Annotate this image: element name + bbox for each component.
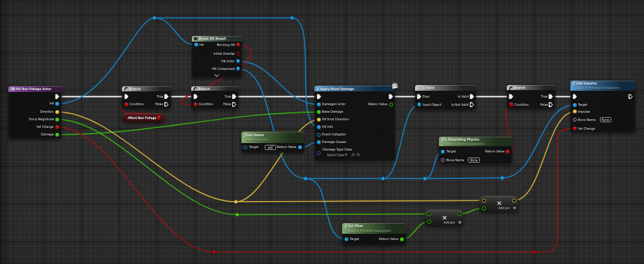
pin-ev-hit[interactable]	[8, 101, 62, 106]
pin-bool-icon[interactable]	[573, 127, 577, 130]
exec-pin-icon[interactable]	[164, 94, 169, 99]
pin-apd-eventinstigator[interactable]	[314, 132, 395, 137]
pin-bool-icon[interactable]	[157, 116, 161, 120]
pin-b3-false[interactable]	[507, 102, 555, 108]
pin-float-icon[interactable]	[482, 206, 486, 210]
pin-ev-forcemag[interactable]	[8, 117, 62, 122]
pin-object-icon[interactable]	[55, 102, 59, 106]
pin-object-icon[interactable]	[236, 59, 240, 63]
pin-b3-true[interactable]	[507, 94, 555, 100]
pin-apd-hitfromdirection[interactable]	[314, 117, 395, 122]
pin-ev-direction[interactable]	[8, 109, 62, 115]
pin-m1-out[interactable]	[425, 211, 464, 217]
pin-object-icon[interactable]	[317, 141, 321, 144]
pin-name-icon[interactable]	[573, 118, 577, 122]
pin-object-icon[interactable]	[236, 67, 240, 71]
exec-pin-icon[interactable]	[548, 102, 553, 107]
pin-b2-false[interactable]	[191, 101, 238, 107]
exec-pin-icon[interactable]	[232, 94, 236, 99]
pin-vector-icon[interactable]	[573, 110, 577, 113]
node-add-impulse[interactable]: ƒAdd ImpulseTarget is Primitive Componen…	[570, 81, 635, 132]
pin-ev-exec[interactable]	[8, 94, 62, 100]
pin-iv-isnotvalid[interactable]	[415, 102, 477, 108]
pin-b1-true[interactable]	[122, 94, 170, 100]
pin-isp-returnvalue[interactable]	[439, 149, 513, 154]
exec-pin-icon[interactable]	[470, 102, 474, 107]
pin-bool-icon[interactable]	[236, 52, 240, 55]
pin-object-icon[interactable]	[317, 125, 321, 129]
pin-apd-basedamage[interactable]	[314, 109, 395, 115]
pin-brk-hitactor[interactable]	[192, 59, 243, 64]
pin-object-icon[interactable]	[317, 133, 321, 137]
node-header: ƒGet MassTarget is Primitive Component	[342, 223, 406, 234]
pin-vector-icon[interactable]	[512, 198, 516, 203]
collapse-chevron-icon[interactable]	[214, 72, 219, 77]
node-branch-3[interactable]: BranchConditionTrueFalse	[507, 85, 555, 109]
node-break-hit-result[interactable]: Break Hit ResultHitBlocking HitInitial O…	[192, 36, 243, 77]
node-is-simulating-physics[interactable]: ƒIs Simulating PhysicsTarget is Scene Co…	[439, 137, 513, 164]
pin-object-icon[interactable]	[298, 146, 302, 149]
node-branch-1[interactable]: BranchConditionTrueFalse	[122, 86, 170, 109]
pin-go-returnvalue[interactable]	[242, 144, 304, 150]
pin-bool-icon[interactable]	[236, 43, 240, 47]
pin-float-icon[interactable]	[457, 212, 462, 216]
exec-pin-icon[interactable]	[55, 94, 60, 99]
exec-pin-icon[interactable]	[164, 102, 169, 107]
exec-pin-icon[interactable]	[470, 94, 474, 99]
pin-ev-damage[interactable]	[8, 132, 62, 137]
pin-name-icon[interactable]	[441, 158, 445, 162]
exec-pin-icon[interactable]	[232, 102, 236, 107]
pin-float-icon[interactable]	[389, 103, 393, 106]
pin-bool-icon[interactable]	[506, 150, 509, 154]
pin-gm-returnvalue[interactable]	[342, 236, 406, 242]
pin-b1-false[interactable]	[122, 101, 170, 107]
pin-object-icon[interactable]	[573, 103, 577, 107]
pin-float-icon[interactable]	[400, 238, 404, 241]
pin-bool-icon[interactable]	[55, 125, 59, 129]
pin-ev-velchange[interactable]	[8, 124, 62, 130]
node-apply-point-damage[interactable]: ƒApply Point DamageDamaged ActorBase Dam…	[314, 86, 395, 160]
pin-brk-blockinghit[interactable]	[192, 42, 243, 48]
exec-pin-icon[interactable]	[548, 94, 553, 99]
exec-pin-icon[interactable]	[389, 94, 393, 99]
blueprint-graph-canvas[interactable]: Hit Non Foliage ActorHitDirectionForce M…	[0, 0, 644, 264]
pin-apd-damagecauser[interactable]	[314, 139, 395, 145]
pin-m2-b[interactable]	[479, 205, 518, 211]
node-branch-2[interactable]: BranchConditionTrueFalse	[191, 86, 238, 110]
pin-b2-true[interactable]	[191, 94, 238, 100]
pin-apd-exec[interactable]	[314, 94, 395, 100]
pin-apd-returnvalue[interactable]	[314, 101, 395, 107]
pin-ai-velchange[interactable]	[570, 126, 635, 132]
node-multiply-1[interactable]: ×Add pin⊕	[425, 210, 464, 226]
pin-class-icon[interactable]	[317, 151, 321, 155]
pin-float-icon[interactable]	[317, 110, 321, 114]
pin-m2-out[interactable]	[479, 198, 518, 204]
pin-vector-icon[interactable]	[317, 118, 321, 122]
pin-brk-initialoverlap[interactable]	[192, 51, 243, 57]
node-is-valid[interactable]: ?Is ValidExecInput ObjectIs ValidIs Not …	[415, 85, 477, 109]
pin-apd-hitinfo[interactable]	[314, 124, 395, 130]
node-get-mass[interactable]: ƒGet MassTarget is Primitive ComponentTa…	[342, 223, 406, 245]
function-icon: ƒ	[316, 86, 319, 91]
node-get-owner[interactable]: ƒGet OwnerTarget is ActorTargetselfRetur…	[242, 132, 304, 152]
pin-brk-hitcomponent[interactable]	[192, 66, 243, 72]
node-event-hit-non-foliage-actor[interactable]: Hit Non Foliage ActorHitDirectionForce M…	[8, 86, 62, 139]
node-multiply-2[interactable]: ×Add pin⊕	[479, 196, 518, 212]
pin-float-icon[interactable]	[55, 118, 59, 122]
pin-ai-bonename[interactable]	[570, 117, 635, 123]
pin-ai-impulse[interactable]	[570, 109, 635, 115]
pin-apd-damagetypeclass[interactable]	[314, 150, 395, 156]
exec-pin-icon[interactable]	[628, 94, 633, 99]
node-variable-affect-non-foliage[interactable]: Affect Non Foliage	[123, 113, 165, 122]
pin-float-icon[interactable]	[55, 133, 59, 137]
pin-m1-b[interactable]	[425, 219, 464, 224]
pin-anf-out[interactable]	[123, 115, 165, 120]
pin-iv-isvalid[interactable]	[415, 94, 477, 100]
pin-ai-exec[interactable]	[570, 94, 635, 100]
pin-ai-target[interactable]	[570, 102, 635, 108]
pin-isp-bonename[interactable]	[439, 158, 513, 163]
pin-float-icon[interactable]	[427, 219, 431, 224]
node-subtitle: Target is Primitive Component	[347, 229, 391, 232]
node-title: Branch	[198, 87, 210, 90]
pin-vector-icon[interactable]	[55, 110, 59, 114]
